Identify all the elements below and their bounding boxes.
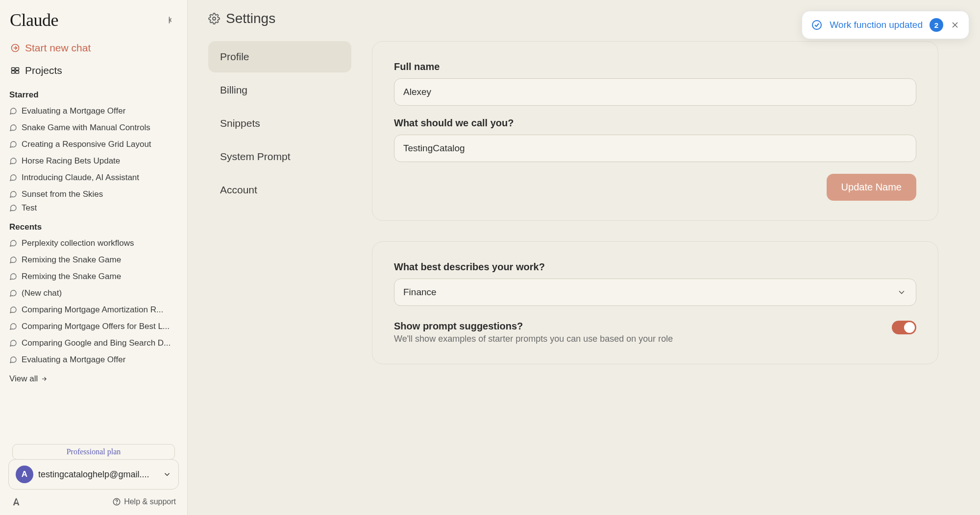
list-item[interactable]: Perplexity collection workflows [7,235,180,252]
account-menu-button[interactable]: A testingcataloghelp@gmail.... [8,459,179,490]
toast-close-button[interactable] [950,20,960,30]
chat-icon [9,273,17,281]
settings-panels: Full name What should we call you? Updat… [372,41,938,364]
projects-label: Projects [25,65,62,76]
view-all-label: View all [9,374,38,384]
chat-icon [9,190,17,198]
starred-section-label: Starred [7,81,180,103]
list-item[interactable]: Test [7,203,180,213]
new-chat-label: Start new chat [25,42,91,54]
chat-icon [9,339,17,347]
list-item[interactable]: Horse Racing Bets Update [7,153,180,169]
toggle-knob [904,322,915,333]
work-select[interactable]: Finance [394,279,916,306]
chat-icon [9,323,17,330]
avatar: A [16,466,33,483]
recents-section-label: Recents [7,213,180,235]
svg-point-7 [213,17,216,20]
button-row: Update Name [394,174,916,201]
list-item[interactable]: Comparing Mortgage Offers for Best L... [7,318,180,335]
settings-layout: Profile Billing Snippets System Prompt A… [208,41,959,364]
update-name-button[interactable]: Update Name [827,174,916,201]
tab-billing[interactable]: Billing [208,74,351,106]
list-item[interactable]: Comparing Google and Bing Search D... [7,335,180,351]
svg-point-6 [117,503,117,504]
new-chat-button[interactable]: Start new chat [7,36,180,60]
svg-rect-3 [12,71,15,73]
chat-icon [9,239,17,247]
prompt-suggestions-row: Show prompt suggestions? We'll show exam… [394,321,916,344]
chat-icon [9,289,17,297]
list-item[interactable]: Evaluating a Mortgage Offer [7,103,180,119]
chat-icon [9,174,17,182]
work-select-wrap: Finance [394,279,916,306]
tab-snippets[interactable]: Snippets [208,108,351,139]
list-item[interactable]: Evaluating a Mortgage Offer [7,351,180,368]
help-icon [112,497,121,506]
list-item[interactable]: Remixing the Snake Game [7,252,180,268]
plan-badge: Professional plan [12,444,175,460]
chat-icon [9,140,17,148]
svg-rect-2 [16,68,19,70]
account-email: testingcataloghelp@gmail.... [38,469,158,480]
prompt-suggestions-title: Show prompt suggestions? [394,321,673,332]
chat-icon [9,306,17,314]
sidebar-footer: Professional plan A testingcataloghelp@g… [7,439,180,509]
tab-account[interactable]: Account [208,174,351,206]
prompt-suggestions-subtitle: We'll show examples of starter prompts y… [394,334,673,344]
collapse-sidebar-button[interactable] [164,13,177,27]
recents-list: Perplexity collection workflows Remixing… [7,235,180,368]
projects-link[interactable]: Projects [7,60,180,81]
main-content: Settings Profile Billing Snippets System… [188,0,980,515]
toast-message: Work function updated [830,20,923,30]
arrow-right-icon [41,375,48,382]
full-name-label: Full name [394,61,916,72]
toast-count-badge: 2 [930,18,943,32]
chat-icon [9,204,17,212]
help-label: Help & support [124,497,176,506]
svg-rect-4 [16,71,19,73]
chat-icon [9,124,17,132]
new-chat-icon [10,43,20,53]
list-item[interactable]: Snake Game with Manual Controls [7,119,180,136]
tab-profile[interactable]: Profile [208,41,351,72]
chat-icon [9,157,17,165]
name-panel: Full name What should we call you? Updat… [372,41,938,221]
work-panel: What best describes your work? Finance S… [372,241,938,364]
anthropic-logo-icon [11,496,22,507]
help-row: Help & support [7,490,180,509]
view-all-link[interactable]: View all [7,368,180,390]
app-logo[interactable]: Claude [10,10,58,30]
page-title: Settings [226,11,275,26]
list-item[interactable]: Creating a Responsive Grid Layout [7,136,180,153]
list-item[interactable]: (New chat) [7,285,180,302]
chat-icon [9,107,17,115]
gear-icon [208,13,220,24]
prompt-suggestions-text: Show prompt suggestions? We'll show exam… [394,321,673,344]
list-item[interactable]: Remixing the Snake Game [7,268,180,285]
chevron-down-icon [163,470,172,479]
help-support-link[interactable]: Help & support [112,497,176,506]
prompt-suggestions-toggle[interactable] [892,321,916,334]
sidebar-header: Claude [7,10,180,36]
collapse-icon [166,15,175,25]
full-name-input[interactable] [394,78,916,106]
chat-icon [9,256,17,264]
svg-rect-1 [12,68,15,70]
tab-system-prompt[interactable]: System Prompt [208,141,351,172]
check-circle-icon [811,19,823,31]
list-item[interactable]: Introducing Claude, AI Assistant [7,169,180,186]
call-you-label: What should we call you? [394,117,916,129]
close-icon [950,20,960,30]
settings-tabs: Profile Billing Snippets System Prompt A… [208,41,351,364]
svg-point-8 [812,21,821,29]
projects-icon [10,66,20,75]
list-item[interactable]: Comparing Mortgage Amortization R... [7,302,180,318]
call-you-input[interactable] [394,135,916,162]
sidebar: Claude Start new chat Projects Starred E… [0,0,188,515]
work-label: What best describes your work? [394,261,916,273]
starred-list: Evaluating a Mortgage Offer Snake Game w… [7,103,180,213]
list-item[interactable]: Sunset from the Skies [7,186,180,203]
toast-notification: Work function updated 2 [802,11,969,39]
chat-icon [9,356,17,364]
